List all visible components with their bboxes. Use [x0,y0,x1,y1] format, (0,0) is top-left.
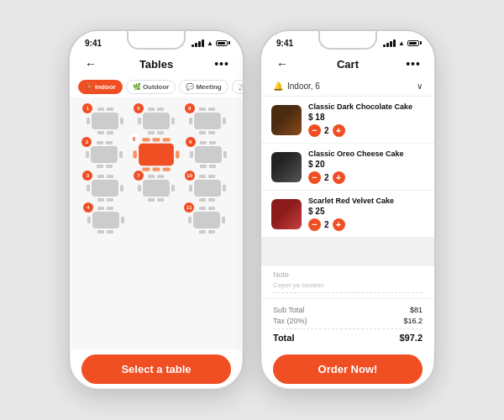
battery-icon-2 [407,40,419,46]
item-image-3 [271,199,302,229]
qty-value-3: 2 [324,220,329,229]
tab-outdoor[interactable]: 🌿 Outdoor [126,80,176,94]
item-name-1: Classic Dark Chocolate Cake [308,102,424,111]
table-3[interactable]: 3 [87,175,123,202]
cart-item-2: Classic Oreo Cheese Cake $ 20 − 2 + [261,144,434,190]
note-section: Note Cepet ya besteer [261,265,434,298]
cart-item-3: Scarlet Red Velvet Cake $ 25 − 2 + [261,191,434,237]
table-11[interactable]: 11 [188,207,225,234]
order-summary: Sub Total $81 Tax (20%) $16.2 Total $97.… [261,298,434,349]
item-details-2: Classic Oreo Cheese Cake $ 20 − 2 + [308,150,424,184]
meeting-icon: 💬 [186,83,194,91]
table-5[interactable]: 5 [138,108,175,134]
more-button-2[interactable]: ••• [404,55,423,73]
phone-tables: 9:41 ▲ ← Tables ••• [68,29,244,391]
cart-content: Classic Dark Chocolate Cake $ 18 − 2 + C… [261,97,434,349]
note-input[interactable]: Cepet ya besteer [273,281,423,293]
subtotal-row: Sub Total $81 [273,306,423,314]
table-6[interactable]: 6 [133,138,179,171]
table-number-5: 5 [134,103,144,113]
location-selector[interactable]: 🔔 Indoor, 6 ∨ [261,76,434,97]
status-icons-1: ▲ [192,39,228,47]
status-time-1: 9:41 [85,39,102,48]
phone-cart: 9:41 ▲ ← Cart ••• [260,29,436,391]
outdoor-icon: 🌿 [133,83,141,91]
total-value: $97.2 [399,333,423,343]
qty-minus-2[interactable]: − [308,171,321,184]
table-number-7: 7 [134,171,144,181]
table-row-1: 1 [80,108,233,134]
table-row-4: 4 [80,207,233,234]
tax-row: Tax (20%) $16.2 [273,317,423,325]
table-row-3: 3 [80,175,233,202]
qty-control-3: − 2 + [308,218,424,231]
qty-minus-3[interactable]: − [308,218,321,231]
item-details-1: Classic Dark Chocolate Cake $ 18 − 2 + [308,102,424,137]
more-button-1[interactable]: ••• [213,55,231,73]
dots-icon-2: ••• [406,57,421,71]
tab-meeting[interactable]: 💬 Meeting [179,80,228,94]
qty-plus-1[interactable]: + [333,124,345,137]
qty-plus-2[interactable]: + [333,171,345,184]
battery-icon [216,40,228,46]
back-arrow-icon: ← [85,57,97,71]
qty-plus-3[interactable]: + [333,218,345,231]
table-number-8: 8 [185,103,195,113]
qty-value-1: 2 [324,126,329,135]
tables-area: 1 [70,97,243,349]
qty-control-2: − 2 + [308,171,424,184]
item-name-2: Classic Oreo Cheese Cake [308,150,424,158]
nav-bar-cart: ← Cart ••• [261,51,434,76]
table-1[interactable]: 1 [87,108,123,134]
back-button-2[interactable]: ← [273,55,291,73]
table-number-4: 4 [83,202,93,213]
subtotal-value: $81 [410,306,423,314]
page-title-1: Tables [139,58,173,71]
summary-divider [273,328,423,329]
status-time-2: 9:41 [276,39,293,48]
qty-control-1: − 2 + [308,124,424,137]
smoke-icon: 🚬 [239,83,243,91]
table-10[interactable]: 10 [189,175,226,202]
total-label: Total [273,333,294,343]
dots-icon-1: ••• [214,57,229,71]
tab-smoke[interactable]: 🚬 Smok. [232,80,243,94]
table-9[interactable]: 9 [190,141,227,168]
table-number-6: 6 [129,134,139,144]
back-arrow-icon-2: ← [276,57,288,71]
table-number-9: 9 [186,137,196,147]
location-icon: 🔔 [273,81,283,91]
table-7[interactable]: 7 [138,175,175,202]
order-now-button[interactable]: Order Now! [273,354,423,384]
tax-value: $16.2 [403,317,423,325]
item-details-3: Scarlet Red Velvet Cake $ 25 − 2 + [308,197,424,231]
note-label: Note [273,270,423,279]
item-image-2 [271,152,302,182]
table-4[interactable]: 4 [87,207,124,234]
table-number-10: 10 [185,171,195,181]
subtotal-label: Sub Total [273,306,304,314]
tab-indoor[interactable]: 🪑 Indoor [78,80,123,94]
filter-tabs: 🪑 Indoor 🌿 Outdoor 💬 Meeting 🚬 Smok. [70,76,243,97]
item-price-1: $ 18 [308,113,424,122]
chevron-down-icon: ∨ [417,81,423,91]
select-table-button[interactable]: Select a table [81,354,231,384]
table-8[interactable]: 8 [189,108,226,134]
tax-label: Tax (20%) [273,317,307,325]
tables-layout: 1 [76,104,236,237]
location-label: 🔔 Indoor, 6 [273,81,320,91]
qty-minus-1[interactable]: − [308,124,321,137]
item-image-1 [271,105,302,135]
page-title-2: Cart [337,58,359,71]
item-name-3: Scarlet Red Velvet Cake [308,197,424,205]
status-icons-2: ▲ [383,39,419,47]
signal-icon [192,39,204,47]
cart-item-1: Classic Dark Chocolate Cake $ 18 − 2 + [261,97,434,143]
table-row-2: 2 [80,139,233,170]
qty-value-2: 2 [324,173,329,182]
table-2[interactable]: 2 [86,141,123,168]
item-price-2: $ 20 [308,160,424,169]
wifi-icon-2: ▲ [398,39,405,47]
signal-icon-2 [383,39,396,47]
back-button-1[interactable]: ← [81,55,100,73]
